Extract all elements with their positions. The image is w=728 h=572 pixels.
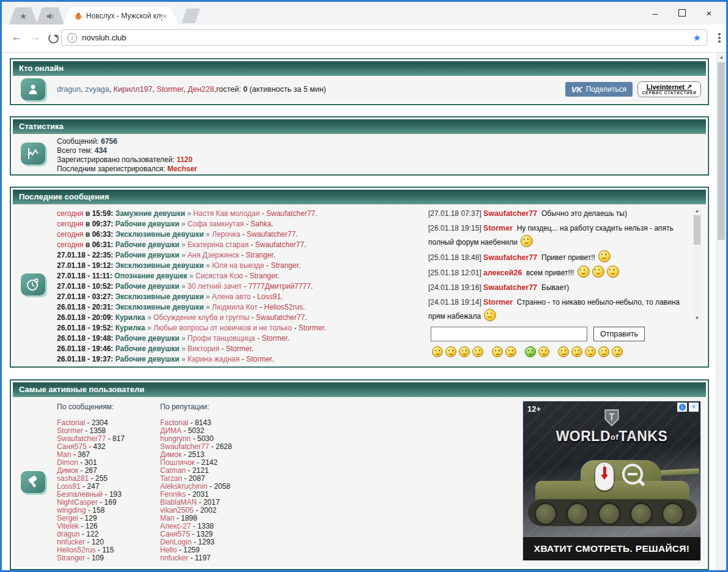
blush-smiley[interactable] xyxy=(612,346,623,357)
topic-author-link[interactable]: Stormer xyxy=(246,355,272,363)
user-link[interactable]: BlablaMAN xyxy=(160,498,197,507)
user-link[interactable]: Loss91 xyxy=(57,482,81,491)
chat-username-link[interactable]: Swaufatcher77 xyxy=(483,283,537,292)
topic-link[interactable]: Лерочка xyxy=(212,230,240,239)
user-link[interactable]: NightCasper xyxy=(57,498,98,507)
tab-close-icon[interactable]: × xyxy=(162,12,167,20)
user-link[interactable]: vikan2505 xyxy=(160,506,194,514)
user-link[interactable]: Sergei xyxy=(57,514,78,522)
chase-smiley[interactable] xyxy=(585,346,596,357)
vk-share-button[interactable]: VK Поделиться xyxy=(565,82,633,97)
user-link[interactable]: Безпалевный xyxy=(57,490,103,499)
chat-username-link[interactable]: Swaufatcher77 xyxy=(483,253,537,262)
smile-smiley[interactable] xyxy=(445,346,456,357)
user-link[interactable]: Catman xyxy=(160,466,186,475)
forum-category-link[interactable]: Рабочие девушки xyxy=(115,355,179,363)
chat-scroll-thumb[interactable] xyxy=(694,215,700,245)
forum-category-link[interactable]: Замужние девушки xyxy=(115,209,185,218)
forum-category-link[interactable]: Эксклюзивные девушки xyxy=(115,303,204,311)
wink-smiley[interactable] xyxy=(571,346,582,357)
topic-author-link[interactable]: Helios52rus xyxy=(264,303,303,311)
topic-author-link[interactable]: Loss91 xyxy=(257,292,281,301)
user-link[interactable]: sasha281 xyxy=(57,474,89,483)
ad-close-button[interactable]: × xyxy=(689,403,699,412)
scroll-up-icon[interactable]: ▲ xyxy=(693,209,701,213)
user-link[interactable]: dragun xyxy=(57,530,80,538)
user-link[interactable]: Stormer xyxy=(57,426,83,435)
forum-category-link[interactable]: Рабочие девушки xyxy=(115,240,179,249)
topic-link[interactable]: Обсуждение клуба и группы xyxy=(154,313,250,322)
topic-link[interactable]: Людмила Кот xyxy=(212,303,258,311)
user-link[interactable]: Swaufatcher77 xyxy=(57,434,106,443)
user-link[interactable]: Hello xyxy=(160,546,177,554)
topic-link[interactable]: 30 летний зачет xyxy=(188,282,242,291)
online-user-link[interactable]: Кирилл197 xyxy=(113,85,152,94)
address-bar[interactable]: i novsluh.club ★ xyxy=(61,29,707,46)
forum-category-link[interactable]: Рабочие девушки xyxy=(115,220,179,228)
topic-author-link[interactable]: Swaufatcher77 xyxy=(256,313,305,322)
scroll-up-icon[interactable]: ▲ xyxy=(717,54,726,60)
chat-username-link[interactable]: Stormer xyxy=(483,224,513,232)
user-link[interactable]: Tarzan xyxy=(160,474,182,483)
page-info-icon[interactable]: i xyxy=(67,33,77,43)
online-user-link[interactable]: Ден228 xyxy=(188,85,214,94)
online-user-link[interactable]: zvyaga xyxy=(85,85,110,94)
neutral-smiley[interactable] xyxy=(505,346,516,357)
user-link[interactable]: Пошлячок xyxy=(160,458,195,467)
page-scroll-thumb[interactable] xyxy=(718,62,725,240)
topic-author-link[interactable]: Stormer xyxy=(299,324,324,332)
forum-category-link[interactable]: Курилка xyxy=(115,313,145,322)
forum-category-link[interactable]: Эксклюзивные девушки xyxy=(115,230,204,239)
user-link[interactable]: Алекс-27 xyxy=(160,522,191,530)
scroll-down-icon[interactable]: ▼ xyxy=(693,316,701,320)
user-link[interactable]: Factorial xyxy=(160,418,188,427)
shock-smiley[interactable] xyxy=(598,346,609,357)
forum-category-link[interactable]: Рабочие девушки xyxy=(115,251,179,259)
forum-category-link[interactable]: Курилка xyxy=(115,324,145,332)
user-link[interactable]: Man xyxy=(57,450,71,459)
refresh-button[interactable] xyxy=(48,33,59,43)
forum-category-link[interactable]: Эксклюзивные девушки xyxy=(115,292,204,301)
topic-author-link[interactable]: 7777Дмитрий7777 xyxy=(248,282,311,291)
forum-category-link[interactable]: Рабочие девушки xyxy=(115,344,179,353)
browser-menu-icon[interactable] xyxy=(718,33,721,44)
chat-send-button[interactable]: Отправить xyxy=(593,327,645,341)
forum-category-link[interactable]: Рабочие девушки xyxy=(115,282,179,291)
chat-username-link[interactable]: алексей26 xyxy=(483,269,522,277)
forum-category-link[interactable]: Эксклюзивные девушки xyxy=(115,261,204,270)
user-link[interactable]: Димок xyxy=(57,466,78,475)
liveinternet-badge[interactable]: Liveinternet ↗ сервис статистики xyxy=(637,81,701,97)
chat-scrollbar[interactable]: ▲ ▼ xyxy=(693,208,701,321)
user-link[interactable]: Swaufatcher77 xyxy=(160,442,209,451)
maximize-button[interactable] xyxy=(669,8,696,18)
topic-author-link[interactable]: Stormer xyxy=(226,344,251,353)
chat-username-link[interactable]: Swaufatcher77 xyxy=(483,209,537,218)
user-link[interactable]: DenLogin xyxy=(160,538,191,546)
user-link[interactable]: nnfucker xyxy=(160,554,188,562)
user-link[interactable]: Stranger xyxy=(57,554,85,562)
topic-link[interactable]: Сисястая Ксю xyxy=(195,272,243,280)
topic-link[interactable]: Аня Дзержинск xyxy=(188,251,239,259)
topic-link[interactable]: Алена авто xyxy=(212,292,251,301)
angry-smiley[interactable] xyxy=(492,346,503,357)
user-link[interactable]: wingding xyxy=(57,506,86,514)
user-link[interactable]: Man xyxy=(160,514,174,522)
online-user-link[interactable]: Stormer xyxy=(157,85,184,94)
user-link[interactable]: Саня575 xyxy=(57,442,87,451)
online-user-link[interactable]: dragun xyxy=(57,85,81,94)
laugh-smiley[interactable] xyxy=(459,346,470,357)
user-link[interactable]: hungrynn xyxy=(160,434,191,443)
ad-banner-world-of-tanks[interactable]: WORLDofTANKS 12+ i × ХВАТИТ СМОТРЕТЬ. РЕ… xyxy=(522,401,701,561)
topic-author-link[interactable]: Swaufatcher77 xyxy=(255,240,304,249)
pinned-tab-bookmarks[interactable]: ★ xyxy=(9,7,37,24)
topic-author-link[interactable]: Stranger xyxy=(271,261,299,270)
grin-smiley[interactable] xyxy=(432,346,443,357)
forum-category-link[interactable]: Рабочие девушки xyxy=(115,334,179,343)
user-link[interactable]: Fenniks xyxy=(160,490,186,499)
topic-link[interactable]: Юля на выезде xyxy=(212,261,264,270)
topic-link[interactable]: Любые вопросы от новичков и не только xyxy=(154,324,292,332)
point-smiley[interactable] xyxy=(558,346,569,357)
user-link[interactable]: Helios52rus xyxy=(57,546,95,554)
topic-author-link[interactable]: Sahka xyxy=(250,220,271,228)
topic-author-link[interactable]: Swaufatcher77 xyxy=(266,209,315,218)
